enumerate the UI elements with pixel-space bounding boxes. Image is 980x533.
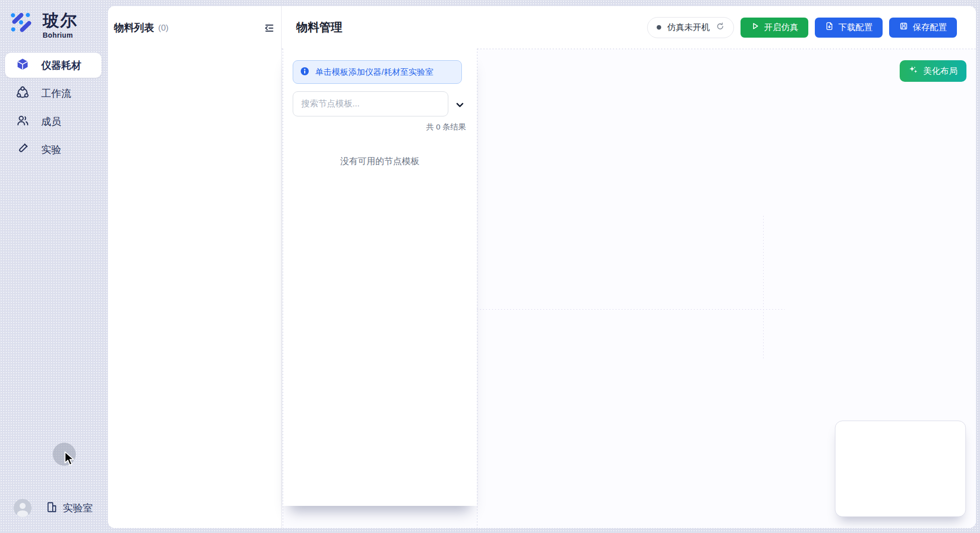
sidebar-item-label: 仪器耗材	[41, 59, 81, 72]
save-config-button[interactable]: 保存配置	[889, 18, 957, 38]
sidebar-item-label: 工作流	[41, 87, 71, 100]
canvas-center-vertical-guide	[763, 216, 764, 360]
empty-templates-message: 没有可用的节点模板	[283, 155, 477, 167]
main-card: 物料列表 (0) 物料管理 仿真未开机	[108, 6, 976, 528]
sidebar-item-members[interactable]: 成员	[5, 109, 101, 134]
sidebar-nav: 仪器耗材 工作流 成员	[5, 53, 101, 162]
status-dot-icon	[657, 25, 661, 30]
sidebar-item-label: 实验	[41, 143, 61, 157]
brand-logo: 玻尔 Bohrium	[9, 10, 78, 39]
start-simulation-button[interactable]: 开启仿真	[741, 18, 808, 38]
save-icon	[899, 22, 908, 33]
materials-list-header: 物料列表 (0)	[114, 21, 276, 35]
sidebar-item-experiments[interactable]: 实验	[5, 137, 101, 162]
sidebar-footer: 实验室	[14, 499, 93, 517]
refresh-icon[interactable]	[716, 22, 724, 33]
page-title: 物料管理	[296, 20, 342, 35]
lab-switcher[interactable]: 实验室	[46, 501, 93, 515]
brand-name-zh: 玻尔	[43, 12, 78, 29]
save-config-label: 保存配置	[913, 22, 947, 33]
cube-icon	[16, 58, 29, 73]
file-download-icon	[825, 22, 834, 33]
sidebar-item-label: 成员	[41, 115, 61, 128]
canvas-minimap[interactable]	[835, 421, 966, 517]
sidebar-item-workflow[interactable]: 工作流	[5, 81, 101, 106]
info-icon	[300, 67, 309, 78]
play-icon	[751, 22, 760, 33]
collapse-panel-button[interactable]	[263, 22, 276, 35]
materials-list-panel: 物料列表 (0)	[108, 6, 281, 528]
mouse-cursor	[63, 451, 76, 468]
lab-label: 实验室	[63, 501, 93, 515]
template-hint-banner: 单击模板添加仪器/耗材至实验室	[293, 60, 462, 84]
beautify-layout-label: 美化布局	[923, 65, 957, 77]
experiment-icon	[16, 142, 29, 157]
search-result-count: 共 0 条结果	[426, 122, 466, 132]
sidebar-item-instruments[interactable]: 仪器耗材	[5, 53, 101, 78]
canvas-column-guide	[477, 49, 477, 528]
template-search-input[interactable]	[293, 91, 448, 116]
canvas-left-guide	[283, 49, 283, 528]
materials-list-count: (0)	[158, 23, 169, 33]
canvas-center-horizontal-guide	[477, 309, 785, 310]
simulation-status-text: 仿真未开机	[667, 22, 710, 33]
chevron-down-icon[interactable]	[453, 98, 466, 111]
node-template-panel: 单击模板添加仪器/耗材至实验室 共 0 条结果 没有可用的节点模板	[283, 49, 477, 506]
materials-list-title: 物料列表	[114, 21, 154, 35]
sparkles-icon	[909, 65, 918, 77]
top-bar: 物料管理 仿真未开机 开启仿真	[282, 6, 976, 49]
workflow-icon	[16, 86, 29, 101]
download-config-button[interactable]: 下载配置	[815, 18, 883, 38]
building-icon	[46, 501, 58, 515]
template-hint-text: 单击模板添加仪器/耗材至实验室	[315, 67, 434, 78]
brand-name-en: Bohrium	[43, 31, 78, 39]
start-simulation-label: 开启仿真	[764, 22, 798, 33]
simulation-status-pill[interactable]: 仿真未开机	[647, 17, 734, 38]
bohrium-logo-icon	[9, 10, 34, 37]
members-icon	[16, 114, 29, 129]
beautify-layout-button[interactable]: 美化布局	[900, 60, 966, 82]
user-avatar[interactable]	[14, 499, 32, 517]
download-config-label: 下载配置	[838, 22, 873, 33]
